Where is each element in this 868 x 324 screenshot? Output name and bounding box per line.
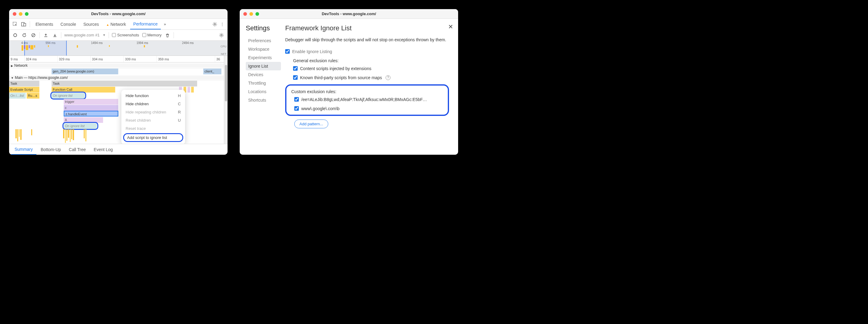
- svg-line-6: [32, 34, 35, 36]
- maximize-icon[interactable]: [25, 12, 29, 16]
- ctx-add-ignore-list[interactable]: Add script to ignore list: [123, 133, 183, 142]
- devtools-performance-window: DevTools - www.google.com/ Elements Cons…: [9, 9, 227, 155]
- help-icon[interactable]: ?: [385, 75, 391, 80]
- btab-call-tree[interactable]: Call Tree: [65, 145, 90, 154]
- close-icon[interactable]: [243, 12, 247, 16]
- general-rules-label: General exclusion rules:: [293, 58, 449, 63]
- flame-bar[interactable]: [191, 87, 194, 93]
- flame-task[interactable]: Task: [52, 81, 197, 87]
- download-icon[interactable]: [52, 32, 58, 38]
- flame-ignore-list[interactable]: On ignore list: [52, 93, 85, 99]
- window-title: DevTools - www.google.com/: [240, 11, 458, 16]
- ctx-hide-repeating: Hide repeating childrenR: [121, 108, 185, 116]
- context-menu: Hide functionH Hide childrenC Hide repea…: [121, 90, 185, 144]
- details-tabs: Summary Bottom-Up Call Tree Event Log: [9, 144, 227, 155]
- sidebar-item-ignore-list[interactable]: Ignore List: [246, 62, 281, 70]
- flame-ignore-list[interactable]: On i…list: [9, 93, 26, 99]
- maximize-icon[interactable]: [255, 12, 259, 16]
- ctx-hide-children[interactable]: Hide childrenC: [121, 100, 185, 108]
- svg-point-3: [214, 23, 216, 25]
- minimize-icon[interactable]: [249, 12, 253, 16]
- tab-network[interactable]: Network: [103, 20, 129, 29]
- target-select[interactable]: www.google.com #1: [64, 33, 99, 37]
- flame-handle-event[interactable]: z.handleEvent: [64, 111, 118, 117]
- btab-bottom-up[interactable]: Bottom-Up: [37, 145, 65, 154]
- upload-icon[interactable]: [43, 32, 49, 38]
- scrollbar[interactable]: [224, 56, 227, 144]
- inspect-icon[interactable]: [11, 21, 19, 28]
- cpu-label: CPU: [221, 45, 226, 48]
- capture-settings-icon[interactable]: [218, 32, 224, 38]
- settings-title: Settings: [246, 24, 281, 32]
- flame-bar[interactable]: Ru…s: [27, 93, 39, 99]
- flame-chart[interactable]: 9 ms 324 ms 329 ms 334 ms 339 ms 359 ms …: [9, 56, 227, 144]
- network-entry[interactable]: client_: [203, 69, 221, 74]
- custom-rule-1-checkbox[interactable]: /ee=ALeJib:B8gLwd;AfeaP:TkrAjf;Afksuc:wM…: [294, 97, 443, 102]
- ctx-reset-children: Reset childrenU: [121, 116, 185, 124]
- svg-rect-0: [13, 22, 17, 26]
- timeline-overview[interactable]: 4 ms 994 ms 1494 ms 1994 ms 2494 ms CPU …: [9, 41, 227, 56]
- memory-checkbox[interactable]: Memory: [142, 33, 162, 37]
- minimize-icon[interactable]: [19, 12, 23, 16]
- content-scripts-checkbox[interactable]: Content scripts injected by extensions: [293, 66, 449, 71]
- overview-tick: 2494 ms: [182, 41, 227, 44]
- screenshots-checkbox[interactable]: Screenshots: [112, 33, 139, 37]
- record-icon[interactable]: [12, 32, 18, 38]
- close-settings-icon[interactable]: ✕: [448, 23, 453, 30]
- clear-icon[interactable]: [30, 32, 36, 38]
- tab-console[interactable]: Console: [57, 20, 79, 29]
- more-tabs-icon[interactable]: »: [162, 21, 168, 27]
- ctx-reset-trace: Reset trace: [121, 124, 185, 133]
- panel-tabs: Elements Console Sources Network Perform…: [9, 19, 227, 30]
- window-title: DevTools - www.google.com/: [9, 11, 227, 16]
- tab-elements[interactable]: Elements: [32, 20, 56, 29]
- tab-sources[interactable]: Sources: [81, 20, 102, 29]
- flame-bar[interactable]: [187, 87, 190, 93]
- third-party-checkbox[interactable]: Known third-party scripts from source ma…: [293, 75, 449, 80]
- close-icon[interactable]: [13, 12, 17, 16]
- titlebar[interactable]: DevTools - www.google.com/: [9, 9, 227, 19]
- devtools-settings-window: DevTools - www.google.com/ ✕ Settings Pr…: [240, 9, 458, 155]
- enable-ignore-checkbox[interactable]: Enable Ignore Listing: [285, 49, 449, 54]
- sidebar-item-workspace[interactable]: Workspace: [246, 45, 281, 54]
- kebab-icon[interactable]: ⋮: [219, 21, 225, 27]
- main-track-header[interactable]: ▼Main — https://www.google.com/: [9, 75, 224, 81]
- add-pattern-button[interactable]: Add pattern...: [294, 120, 328, 128]
- gc-icon[interactable]: [164, 32, 170, 38]
- flame-ruler: 9 ms 324 ms 329 ms 334 ms 339 ms 359 ms …: [9, 56, 224, 63]
- page-heading: Framework Ignore List: [285, 24, 449, 32]
- flame-a[interactable]: A: [64, 117, 103, 123]
- svg-point-4: [14, 34, 17, 37]
- flame-c[interactable]: c: [64, 105, 118, 111]
- reload-icon[interactable]: [21, 32, 27, 38]
- tab-performance[interactable]: Performance: [130, 19, 160, 29]
- flame-task[interactable]: Task: [9, 81, 39, 87]
- sidebar-item-preferences[interactable]: Preferences: [246, 36, 281, 45]
- settings-sidebar: Settings Preferences Workspace Experimen…: [240, 19, 282, 155]
- sidebar-item-locations[interactable]: Locations: [246, 87, 281, 96]
- device-icon[interactable]: [20, 21, 27, 28]
- titlebar[interactable]: DevTools - www.google.com/: [240, 9, 458, 19]
- network-entry[interactable]: gen_204 (www.google.com): [52, 69, 118, 74]
- sidebar-item-throttling[interactable]: Throttling: [246, 79, 281, 87]
- custom-rules-label: Custom exclusion rules:: [291, 89, 443, 94]
- svg-rect-2: [24, 23, 26, 26]
- network-track-header[interactable]: ▶Network: [9, 63, 224, 69]
- sidebar-item-shortcuts[interactable]: Shortcuts: [246, 96, 281, 104]
- custom-rule-2-checkbox[interactable]: www\.google\.com\b: [294, 106, 443, 111]
- settings-content: Framework Ignore List Debugger will skip…: [282, 19, 458, 155]
- btab-event-log[interactable]: Event Log: [90, 145, 117, 154]
- gear-icon[interactable]: [212, 21, 218, 27]
- btab-summary[interactable]: Summary: [11, 144, 36, 155]
- overview-tick: 1994 ms: [136, 41, 182, 44]
- custom-rules-highlight: Custom exclusion rules: /ee=ALeJib:B8gLw…: [285, 84, 449, 116]
- flame-evaluate-script[interactable]: Evaluate Script: [9, 87, 39, 93]
- ctx-hide-function[interactable]: Hide functionH: [121, 92, 185, 100]
- sidebar-item-devices[interactable]: Devices: [246, 70, 281, 79]
- flame-ignore-list[interactable]: On ignore list: [64, 123, 97, 129]
- flame-function-call[interactable]: Function Call: [52, 87, 115, 93]
- flame-trigger[interactable]: trigger: [64, 99, 118, 105]
- overview-tick: 1494 ms: [91, 41, 136, 44]
- sidebar-item-experiments[interactable]: Experiments: [246, 54, 281, 62]
- net-label: NET: [221, 53, 226, 56]
